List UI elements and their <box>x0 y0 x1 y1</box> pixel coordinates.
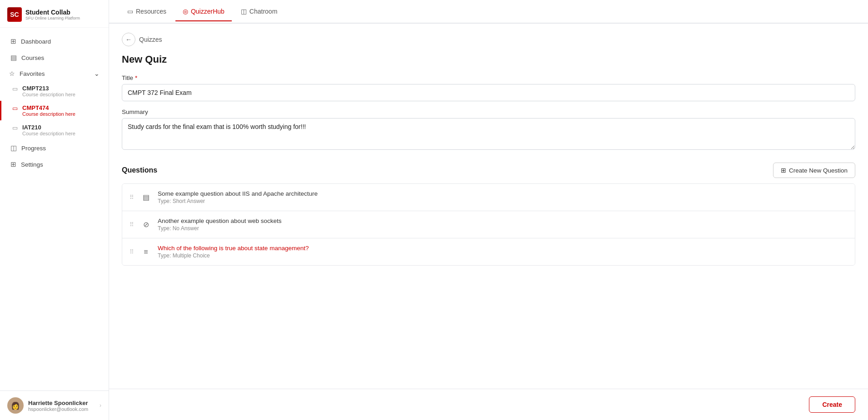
main-content: ▭ Resources ◎ QuizzerHub ◫ Chatroom ← Qu… <box>109 0 868 420</box>
title-label: Title * <box>122 74 855 81</box>
back-button[interactable]: ← <box>122 33 135 46</box>
tab-quizzerhub[interactable]: ◎ QuizzerHub <box>175 2 232 21</box>
sidebar-item-dashboard[interactable]: ⊞ Dashboard <box>0 33 109 49</box>
question-type-icon: ≡ <box>140 246 152 258</box>
summary-input[interactable]: Study cards for the final exam that is 1… <box>122 118 855 150</box>
course-icon-active: ▭ <box>12 105 18 112</box>
favorites-header[interactable]: ☆ Favorites ⌄ <box>0 66 109 81</box>
question-type: Type: Multiple Choice <box>158 252 848 259</box>
user-email: hspoonlicker@outlook.com <box>28 406 95 412</box>
question-text: Which of the following is true about sta… <box>158 245 848 252</box>
course-icon: ▭ <box>12 85 18 92</box>
question-item[interactable]: ⠿ ⊘ Another example question about web s… <box>122 211 855 238</box>
user-name: Harriette Spoonlicker <box>28 400 95 406</box>
user-profile[interactable]: 👩 Harriette Spoonlicker hspoonlicker@out… <box>0 390 109 420</box>
required-indicator: * <box>135 74 137 81</box>
tab-chatroom-label: Chatroom <box>249 8 277 15</box>
sidebar-item-label: Courses <box>21 54 44 61</box>
questions-title: Questions <box>122 166 157 174</box>
dashboard-icon: ⊞ <box>10 37 16 45</box>
question-type-icon: ⊘ <box>140 218 152 231</box>
favorites-section: ☆ Favorites ⌄ ▭ CMPT213 Course descripti… <box>0 66 109 140</box>
question-text: Some example question about IIS and Apac… <box>158 190 848 197</box>
summary-section: Summary Study cards for the final exam t… <box>122 109 855 152</box>
sidebar-item-iat210[interactable]: ▭ IAT210 Course description here <box>0 120 109 140</box>
sidebar-item-label: Dashboard <box>21 38 51 45</box>
sidebar-item-cmpt213[interactable]: ▭ CMPT213 Course description here <box>0 81 109 101</box>
avatar: 👩 <box>7 397 24 414</box>
title-input[interactable] <box>122 84 855 101</box>
question-item[interactable]: ⠿ ≡ Which of the following is true about… <box>122 238 855 265</box>
bottom-bar: Create <box>109 389 868 420</box>
sidebar-item-settings[interactable]: ⊞ Settings <box>0 156 109 173</box>
chevron-down-icon: ⌄ <box>94 70 100 77</box>
sidebar-item-cmpt474[interactable]: ▭ CMPT474 Course description here <box>0 101 109 120</box>
summary-label: Summary <box>122 109 855 115</box>
breadcrumb: ← Quizzes <box>122 33 855 46</box>
questions-header: Questions ⊞ Create New Question <box>122 163 855 178</box>
favorites-label: Favorites <box>20 70 45 77</box>
sidebar-item-label: Settings <box>21 161 43 168</box>
sidebar-item-progress[interactable]: ◫ Progress <box>0 140 109 156</box>
course-desc-active: Course description here <box>22 111 75 117</box>
top-tabs: ▭ Resources ◎ QuizzerHub ◫ Chatroom <box>109 0 868 24</box>
sidebar-item-label: Progress <box>21 145 46 152</box>
drag-handle-icon[interactable]: ⠿ <box>130 194 134 201</box>
tab-resources-label: Resources <box>136 8 166 15</box>
create-button[interactable]: Create <box>809 396 855 413</box>
courses-icon: ▤ <box>10 54 17 62</box>
page-title: New Quiz <box>122 54 855 65</box>
chevron-right-icon: › <box>100 402 101 409</box>
logo-subtitle: SFU Online Learning Platform <box>25 16 80 20</box>
course-desc-iat: Course description here <box>22 131 75 136</box>
create-question-label: Create New Question <box>789 167 848 174</box>
question-type-icon: ▤ <box>140 191 152 204</box>
questions-list: ⠿ ▤ Some example question about IIS and … <box>122 183 855 266</box>
tab-resources[interactable]: ▭ Resources <box>120 2 174 21</box>
logo-title: Student Collab <box>25 9 80 16</box>
page-content: ← Quizzes New Quiz Title * Summary Study… <box>109 24 868 389</box>
tab-quizzerhub-label: QuizzerHub <box>191 8 224 15</box>
quizzerhub-tab-icon: ◎ <box>183 8 188 15</box>
resources-tab-icon: ▭ <box>127 8 133 15</box>
settings-icon: ⊞ <box>10 160 16 168</box>
sidebar-nav: ⊞ Dashboard ▤ Courses ☆ Favorites ⌄ ▭ CM… <box>0 28 109 390</box>
drag-handle-icon[interactable]: ⠿ <box>130 221 134 228</box>
question-type: Type: No Answer <box>158 225 848 232</box>
sidebar-item-courses[interactable]: ▤ Courses <box>0 49 109 66</box>
course-desc: Course description here <box>22 92 75 97</box>
course-name: CMPT213 <box>22 85 75 92</box>
question-type: Type: Short Answer <box>158 198 848 204</box>
question-item[interactable]: ⠿ ▤ Some example question about IIS and … <box>122 184 855 211</box>
logo-icon: SC <box>7 7 22 22</box>
favorites-icon: ☆ <box>9 70 15 77</box>
course-icon-iat: ▭ <box>12 124 18 131</box>
title-section: Title * <box>122 74 855 101</box>
create-new-question-button[interactable]: ⊞ Create New Question <box>773 163 855 178</box>
course-name-active: CMPT474 <box>22 104 75 111</box>
create-question-icon: ⊞ <box>781 167 786 174</box>
drag-handle-icon[interactable]: ⠿ <box>130 248 134 255</box>
question-text: Another example question about web socke… <box>158 217 848 224</box>
course-name-iat: IAT210 <box>22 124 75 131</box>
sidebar: SC Student Collab SFU Online Learning Pl… <box>0 0 109 420</box>
logo-text: Student Collab SFU Online Learning Platf… <box>25 9 80 20</box>
breadcrumb-text[interactable]: Quizzes <box>139 36 162 43</box>
logo: SC Student Collab SFU Online Learning Pl… <box>0 0 109 28</box>
tab-chatroom[interactable]: ◫ Chatroom <box>234 2 284 21</box>
progress-icon: ◫ <box>10 144 17 152</box>
chatroom-tab-icon: ◫ <box>241 8 247 15</box>
